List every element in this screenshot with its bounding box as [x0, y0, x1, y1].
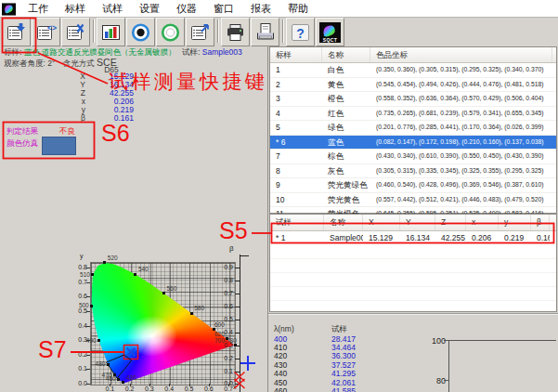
measure-sample-icon — [6, 22, 28, 43]
locus-label: 490 — [76, 337, 97, 344]
annotation-shortcut-text: 试样测量快捷键 — [109, 72, 268, 91]
sample-cell: 15.129 — [363, 231, 400, 245]
toolbar-separator — [280, 18, 286, 45]
standards-name: 蓝色 — [322, 136, 370, 150]
compare-button[interactable]: <> — [32, 18, 60, 46]
header-cell: Y — [400, 215, 435, 230]
chart-button[interactable] — [97, 18, 125, 46]
standards-id: 3 — [270, 92, 322, 106]
help-button[interactable]: ? — [286, 18, 315, 46]
standards-name: 橙色 — [322, 92, 370, 106]
menu-item-window[interactable]: 窗口 — [205, 1, 242, 17]
standards-name: 黄色 — [322, 78, 370, 92]
standards-row[interactable]: * 6蓝色(0.082, 0.147), (0.172, 0.198), (0.… — [270, 136, 556, 150]
measure-sample-button[interactable] — [2, 18, 31, 46]
standards-row[interactable]: 8灰色(0.305, 0.315), (0.335, 0.345), (0.32… — [270, 164, 556, 179]
menu-item-standard[interactable]: 标样 — [57, 1, 94, 17]
beta-tick-label: 0.5 — [219, 316, 233, 323]
beta-measured-marker-icon — [240, 356, 255, 371]
standards-row[interactable]: 5绿色(0.201, 0.776), (0.285, 0.441), (0.17… — [270, 121, 556, 136]
locus-dot — [134, 273, 136, 276]
header-cell: 名称 — [324, 215, 363, 230]
menu-item-help[interactable]: 帮助 — [279, 1, 317, 17]
beta-tick-mark — [235, 359, 240, 359]
menu-item-work[interactable]: 工作 — [19, 1, 57, 17]
standards-row[interactable]: 3橙色(0.558, 0.352), (0.636, 0.364), (0.57… — [270, 92, 556, 107]
locus-label: 500 — [69, 302, 89, 308]
y-tick-label: 0.4 — [72, 322, 87, 330]
menu-item-report[interactable]: 报表 — [242, 1, 279, 17]
beta-axis-top-tick — [240, 255, 249, 256]
svg-text:SQCT: SQCT — [322, 36, 337, 42]
spectral-ytick-mark — [444, 380, 448, 381]
header-cell: Z — [435, 215, 466, 230]
beta-tick-label: 0.4 — [219, 329, 233, 336]
menu-item-instrument[interactable]: 仪器 — [168, 1, 205, 17]
locus-dot — [162, 292, 165, 294]
standards-row[interactable]: 10荧光黄色(0.557, 0.442), (0.512, 0.421), (0… — [270, 193, 556, 208]
toolbar-separator — [215, 18, 221, 45]
locus-label: 480 — [84, 360, 105, 367]
beta-tick-label: 0.7 — [219, 290, 233, 297]
compare-icon: <> — [35, 22, 58, 43]
standards-name: 棕色 — [322, 150, 370, 163]
standards-id: 7 — [270, 150, 322, 163]
export-button[interactable] — [186, 18, 214, 46]
print-icon — [225, 22, 247, 43]
standards-row[interactable]: 9荧光黄绿色(0.460, 0.540), (0.428, 0.496), (0… — [270, 178, 556, 193]
locus-dot — [97, 339, 100, 342]
wavelength-value: 420 — [274, 352, 287, 360]
sce-mode-icon — [160, 22, 182, 43]
beta-tick-label: 0.6 — [219, 303, 233, 310]
standard-label: 标样: — [4, 47, 21, 57]
tristimulus-label: β — [56, 114, 85, 123]
print-preview-button[interactable] — [251, 18, 279, 46]
locus-dot — [90, 305, 93, 307]
standards-name: 灰色 — [322, 164, 370, 178]
standards-row[interactable]: 2黄色(0.545, 0.454), (0.494, 0.426), (0.44… — [270, 78, 556, 93]
sqct-button[interactable]: SQCT — [316, 18, 344, 46]
locus-dot — [122, 381, 124, 384]
menu-item-sample[interactable]: 试样 — [94, 1, 131, 17]
standards-row[interactable]: 4红色(0.735, 0.265), (0.681, 0.239), (0.57… — [270, 107, 556, 122]
sample-cell: 0.206 — [466, 231, 499, 245]
beta-tick-mark — [235, 320, 240, 320]
empty-row — [270, 273, 556, 287]
beta-tick-mark — [235, 346, 240, 346]
beta-axis-label: β — [229, 245, 234, 253]
delete-sample-button[interactable] — [61, 18, 90, 46]
sample-row[interactable]: * 1Sample00315.12916.13442.2550.2060.219… — [270, 231, 556, 245]
standards-row[interactable]: 7棕色(0.430, 0.340), (0.610, 0.390), (0.55… — [270, 150, 556, 164]
toolbar-separator — [91, 18, 97, 45]
standards-id: 4 — [270, 107, 322, 121]
print-button[interactable] — [221, 18, 250, 46]
standards-name: 荧光黄绿色 — [322, 178, 370, 192]
header-cell: 试样 — [270, 215, 324, 230]
toolbar: <>?SQCT — [0, 18, 558, 46]
spectral-sample-value: 41.295 — [331, 370, 356, 378]
standards-id: * 6 — [270, 136, 322, 150]
y-axis-label: y — [80, 253, 84, 260]
sce-mode-button[interactable] — [156, 18, 185, 46]
sample-cell: 42.255 — [435, 231, 466, 245]
beta-tick-mark — [235, 294, 240, 294]
locus-dot — [91, 273, 94, 276]
x-tick-label: 0.4 — [162, 385, 176, 392]
x-tick-label: 0.3 — [142, 385, 157, 392]
standards-row[interactable]: 1白色(0.350, 0.360), (0.305, 0.315), (0.29… — [270, 63, 556, 78]
spectral-sample-value: 41.585 — [331, 387, 356, 392]
standards-coords: (0.558, 0.352), (0.636, 0.364), (0.570, … — [370, 92, 552, 106]
y-tick-label: 0.6 — [72, 293, 87, 300]
header-cell: 名称 — [322, 47, 370, 62]
standards-coords: (0.460, 0.540), (0.428, 0.496), (0.369, … — [370, 178, 552, 192]
sample-cell: 16.134 — [400, 231, 435, 245]
standards-table: 标样名称色品坐标1白色(0.350, 0.360), (0.305, 0.315… — [269, 46, 557, 214]
spectral-sample-value: 36.300 — [331, 352, 356, 360]
locus-label: 560 — [166, 285, 176, 292]
chart-icon — [100, 22, 123, 43]
menu-item-settings[interactable]: 设置 — [131, 1, 168, 17]
header-cell: y — [499, 215, 531, 230]
y-tick-label: 0.7 — [72, 279, 87, 286]
beta-tick-mark — [235, 372, 240, 372]
sci-mode-button[interactable] — [126, 18, 155, 46]
